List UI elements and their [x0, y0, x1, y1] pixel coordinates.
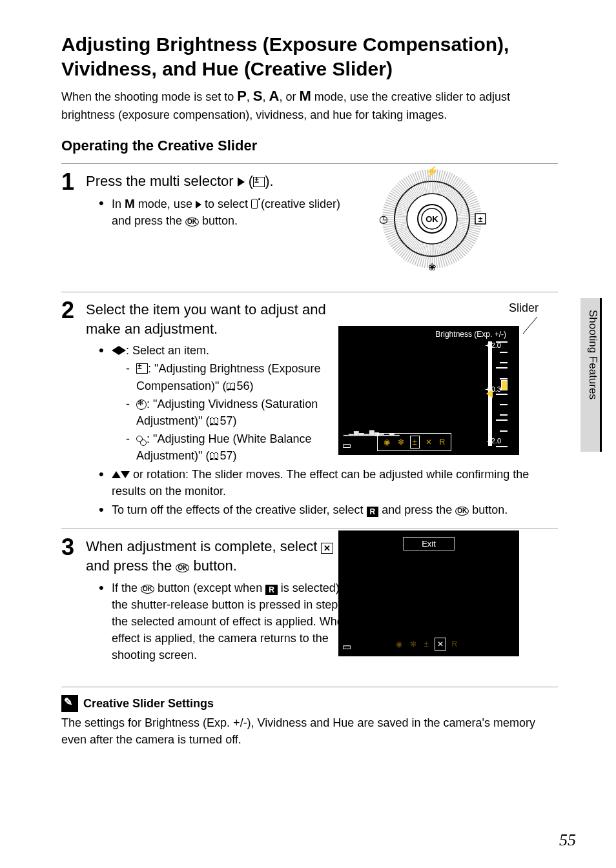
x-box-icon: ✕ — [321, 543, 333, 554]
hue-icon — [136, 436, 147, 445]
up-arrow-icon — [112, 471, 121, 478]
ok-button-icon-3: OK — [176, 563, 189, 572]
left-arrow-icon — [112, 346, 119, 355]
book-icon-1: 🕮 — [226, 381, 236, 392]
right-arrow-small-icon — [196, 201, 201, 208]
lcd-preview-step2: Brightness (Exp. +/-) + 2.0 + 0.3 - 2.0 — [338, 326, 519, 455]
svg-text:OK: OK — [426, 214, 438, 224]
s3t-mid: and press the — [86, 558, 176, 574]
lcd-slider-bar — [488, 341, 492, 446]
intro-paragraph: When the shooting mode is set to P, S, A… — [61, 86, 558, 123]
lcd-preview-step3: Exit ▭ ◉ ✻ ± ✕ R — [338, 530, 519, 656]
lcd-exposure-icon: ± — [410, 436, 420, 449]
page-number: 55 — [559, 831, 576, 850]
lcd-sat-icon-2: ✻ — [408, 638, 418, 650]
step1-title-post: ( — [245, 173, 253, 189]
s3b-mid1: button (except when — [154, 581, 265, 594]
svg-line-11 — [523, 317, 537, 334]
note-heading-text: Creative Slider Settings — [83, 697, 214, 711]
slider-callout-label: Slider — [509, 301, 539, 315]
lcd-x-icon-2: ✕ — [435, 638, 446, 651]
s1b-mid: mode, use — [135, 197, 196, 210]
subheading: Operating the Creative Slider — [61, 137, 558, 154]
step2-bullet-1: : Select an item. : "Adjusting Brightnes… — [99, 342, 376, 464]
ok-button-icon: OK — [185, 217, 199, 227]
exposure-comp-icon-2 — [136, 363, 148, 374]
intro-pre: When the shooting mode is set to — [61, 90, 237, 103]
mode-p: P — [237, 88, 247, 104]
lcd-mode-row-2: ◉ ✻ ± ✕ R — [390, 636, 463, 652]
note-text: The settings for Brightness (Exp. +/-), … — [61, 714, 558, 748]
mode-s: S — [253, 88, 263, 104]
s3t-pre: When adjustment is complete, select — [86, 538, 321, 554]
step-1-number: 1 — [61, 170, 86, 194]
step2-bullet-2: or rotation: The slider moves. The effec… — [99, 466, 558, 500]
lcd-brightness-label: Brightness (Exp. +/-) — [435, 330, 506, 339]
step2-bullet-3: To turn off the effects of the creative … — [99, 501, 558, 518]
r-box-icon: R — [367, 507, 379, 517]
note-heading: Creative Slider Settings — [61, 695, 558, 712]
mode-m-inline: M — [125, 197, 135, 210]
lcd-minus2: - 2.0 — [487, 437, 501, 445]
step-2: 2 Select the item you want to adjust and… — [61, 292, 558, 522]
step-2-title: Select the item you want to adjust and m… — [86, 300, 344, 338]
step-3: 3 When adjustment is complete, select ✕ … — [61, 529, 558, 670]
s3t-end: button. — [189, 558, 236, 574]
lcd-sat-icon: ✻ — [396, 436, 406, 448]
display-icon-2: ▭ — [342, 641, 351, 652]
pencil-note-icon — [61, 695, 78, 712]
step3-bullets: If the OK button (except when R is selec… — [86, 580, 370, 663]
book-icon-2: 🕮 — [209, 416, 220, 427]
svg-text:❀: ❀ — [428, 261, 436, 272]
creative-slider-icon — [251, 199, 258, 209]
sidebar-label: Shooting Features — [586, 310, 599, 399]
svg-text:◷: ◷ — [379, 214, 388, 225]
s2d3-page: 57) — [220, 449, 236, 462]
s2d1-page: 56) — [236, 379, 253, 392]
s1b-mid2: to select — [201, 197, 251, 210]
s2b3-mid: and press the — [378, 503, 455, 516]
lcd-x-icon: ✕ — [424, 436, 434, 448]
slider-indicator — [501, 380, 508, 390]
s2b2-text: or rotation: The slider moves. The effec… — [112, 468, 529, 498]
r-box-icon-2: R — [265, 585, 278, 595]
step-3-title: When adjustment is complete, select ✕ an… — [86, 537, 357, 575]
s2b1-suffix: : Select an item. — [126, 344, 209, 357]
step3-bullet: If the OK button (except when R is selec… — [99, 580, 370, 663]
lcd-exit-label: Exit — [403, 537, 455, 550]
lcd-plus2: + 2.0 — [485, 341, 501, 349]
lcd-r-icon-2: R — [450, 638, 460, 650]
lcd-r-icon: R — [438, 436, 447, 448]
step-1: 1 Press the multi selector (). In M mode… — [61, 163, 558, 285]
mode-a: A — [269, 88, 280, 104]
page-content: Adjusting Brightness (Exposure Compensat… — [0, 0, 616, 774]
page-title: Adjusting Brightness (Exposure Compensat… — [61, 32, 558, 81]
s3b-pre: If the — [112, 581, 141, 594]
s1b-end: button. — [199, 214, 238, 227]
lcd-ticks — [495, 341, 508, 446]
svg-text:±: ± — [478, 215, 483, 224]
ok-button-icon-4: OK — [141, 585, 154, 594]
lcd-hue-icon: ◉ — [382, 436, 392, 448]
step1-title-pre: Press the multi selector — [86, 173, 238, 189]
saturation-icon — [136, 399, 147, 410]
s2b3-end: button. — [469, 503, 508, 516]
s2d2-page: 57) — [220, 414, 236, 427]
step1-bullets: In M mode, use to select (creative slide… — [86, 195, 351, 230]
step2-dashes: : "Adjusting Brightness (Exposure Compen… — [112, 360, 376, 464]
display-icon: ▭ — [342, 439, 351, 451]
lcd-exposure-icon-2: ± — [422, 638, 431, 650]
note-block: Creative Slider Settings The settings fo… — [61, 687, 558, 748]
right-arrow-icon-2 — [119, 346, 126, 355]
ok-button-icon-2: OK — [455, 507, 469, 516]
book-icon-3: 🕮 — [209, 450, 220, 461]
svg-text:⚡: ⚡ — [426, 165, 438, 177]
mode-m: M — [299, 88, 311, 104]
step-3-number: 3 — [61, 536, 86, 559]
step1-bullet: In M mode, use to select (creative slide… — [99, 195, 351, 230]
exposure-comp-icon — [253, 177, 265, 187]
step1-title-end: ). — [265, 173, 273, 189]
slider-callout-line — [520, 317, 540, 336]
down-arrow-icon — [121, 471, 130, 478]
step-2-number: 2 — [61, 299, 86, 322]
